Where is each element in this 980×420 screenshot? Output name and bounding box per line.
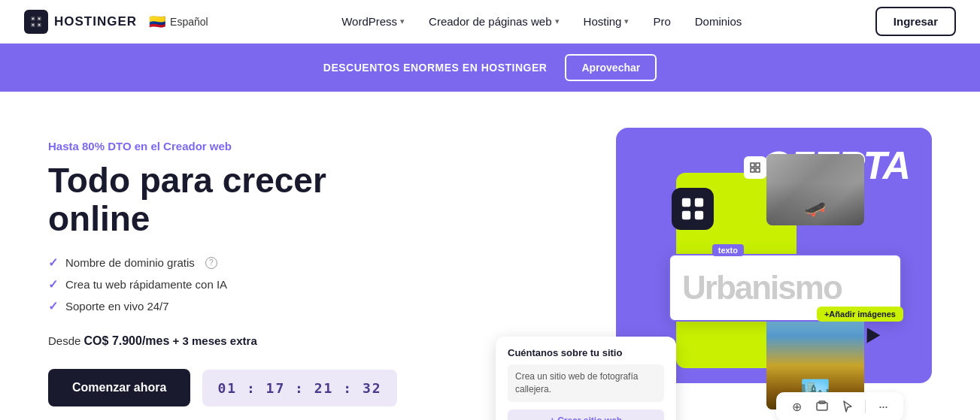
chevron-down-icon-3: ▾ [624,17,629,26]
nav-label-creador: Creador de páginas web [429,15,551,28]
toolbar-cursor-icon[interactable] [839,398,856,415]
nav-right: Ingresar [875,7,956,36]
logo-text: HOSTINGER [54,14,137,29]
nav-item-wordpress[interactable]: WordPress ▾ [332,9,414,34]
svg-rect-3 [695,211,703,219]
toolbar-more-icon[interactable]: ··· [875,398,891,415]
countdown-timer: 01 : 17 : 21 : 32 [202,370,396,406]
price-amount: CO$ 7.900/mes [84,334,170,347]
logo-box-icon [680,196,705,222]
hero-subtitle: Hasta 80% DTO en el Creador web [48,140,424,153]
check-icon-1: ✓ [48,255,58,270]
chat-input-text[interactable]: Crea un sitio web de fotografía callejer… [508,364,664,402]
nav-label-pro: Pro [653,15,670,28]
texto-badge: texto [712,244,744,256]
svg-rect-1 [695,198,703,207]
feature-text-ia: Crea tu web rápidamente con IA [65,278,227,291]
lang-selector[interactable]: 🇨🇴 Español [149,14,208,30]
nav-label-hosting: Hosting [584,15,622,28]
check-icon-2: ✓ [48,277,58,292]
price-prefix: Desde [48,334,80,347]
feature-item-soporte: ✓ Soporte en vivo 24/7 [48,299,424,313]
nav-center: WordPress ▾ Creador de páginas web ▾ Hos… [332,9,751,34]
lang-label: Español [170,16,208,28]
chevron-down-icon: ▾ [400,17,405,26]
cta-row: Comenzar ahora 01 : 17 : 21 : 32 [48,369,424,406]
toolbar-plus-icon[interactable]: ⊕ [788,398,805,415]
hero-section: Hasta 80% DTO en el Creador web Todo par… [0,92,980,420]
comenzar-button[interactable]: Comenzar ahora [48,369,190,406]
chat-card: Cuéntanos sobre tu sitio Crea un sitio w… [496,337,676,420]
nav-label-wordpress: WordPress [341,15,397,28]
nav-label-dominios: Dominios [695,15,742,28]
toolbar-separator [865,400,866,413]
flag-icon: 🇨🇴 [149,14,165,30]
expand-icon[interactable] [744,156,766,179]
nav-item-hosting[interactable]: Hosting ▾ [575,9,639,34]
svg-rect-7 [756,168,760,172]
svg-rect-6 [751,168,754,172]
feature-item-ia: ✓ Crea tu web rápidamente con IA [48,277,424,292]
hero-title: Todo para crecer online [48,162,424,237]
price-extra: + 3 meses extra [173,334,257,347]
bottom-toolbar: ⊕ ··· [776,392,903,420]
pricing: Desde CO$ 7.900/mes + 3 meses extra [48,334,424,348]
ingresar-button[interactable]: Ingresar [875,7,956,36]
nav-left: HOSTINGER 🇨🇴 Español [24,10,208,34]
logo[interactable]: HOSTINGER [24,10,137,34]
hostinger-logo-svg [29,14,44,29]
check-icon-3: ✓ [48,299,58,313]
chevron-down-icon-2: ▾ [555,17,560,26]
nav-item-creador[interactable]: Creador de páginas web ▾ [420,9,568,34]
svg-rect-0 [682,198,690,207]
svg-rect-4 [751,163,754,167]
hero-illustration: OFERTA 🛹 texto [496,128,932,420]
expand-svg [750,162,760,173]
chat-title: Cuéntanos sobre tu sitio [508,347,664,358]
feature-item-domain: ✓ Nombre de dominio gratis ? [48,255,424,270]
nav-item-dominios[interactable]: Dominios [686,9,751,34]
feature-text-domain: Nombre de dominio gratis [65,256,195,269]
features-list: ✓ Nombre de dominio gratis ? ✓ Crea tu w… [48,255,424,313]
crear-sitio-button[interactable]: + Crear sitio web [508,409,664,420]
info-icon-domain[interactable]: ? [205,257,217,269]
svg-rect-5 [756,163,760,167]
nav-item-pro[interactable]: Pro [644,9,679,34]
logo-icon [24,10,48,34]
add-images-button[interactable]: +Añadir imágenes [817,307,903,322]
banner-text: DESCUENTOS ENORMES EN HOSTINGER [323,62,548,74]
svg-rect-2 [682,211,690,219]
promo-banner: DESCUENTOS ENORMES EN HOSTINGER Aprovech… [0,44,980,92]
logo-box [672,188,714,230]
aprovechar-button[interactable]: Aprovechar [565,54,657,81]
photo-skater: 🛹 [766,154,864,225]
navbar: HOSTINGER 🇨🇴 Español WordPress ▾ Creador… [0,0,980,44]
urbanismo-text: Urbanismo [682,271,842,304]
toolbar-layers-icon[interactable] [814,398,830,415]
feature-text-soporte: Soporte en vivo 24/7 [65,300,169,313]
hero-left: Hasta 80% DTO en el Creador web Todo par… [48,128,424,420]
